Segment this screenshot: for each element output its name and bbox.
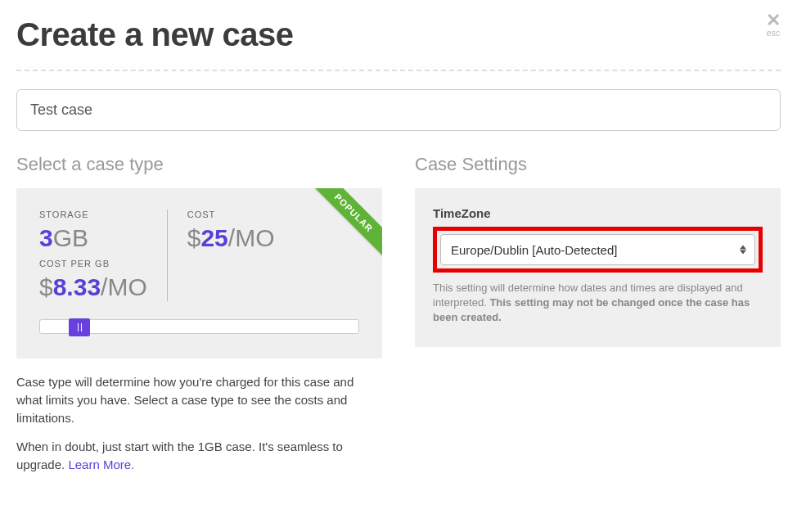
close-label: esc — [766, 28, 781, 38]
timezone-value: Europe/Dublin [Auto-Detected] — [451, 243, 617, 257]
page-title: Create a new case — [16, 16, 293, 53]
select-arrows-icon — [740, 246, 746, 255]
timezone-select[interactable]: Europe/Dublin [Auto-Detected] — [440, 234, 755, 265]
cost-value: $25/MO — [187, 224, 275, 252]
case-type-panel: POPULAR STORAGE 3GB COST PER GB $8.33/MO… — [16, 188, 382, 358]
case-settings-section: Case Settings TimeZone Europe/Dublin [Au… — [415, 154, 781, 474]
case-type-heading: Select a case type — [16, 154, 382, 175]
cost-metric: COST $25/MO — [167, 210, 295, 301]
cost-label: COST — [187, 210, 275, 219]
case-type-help-2: When in doubt, just start with the 1GB c… — [16, 438, 382, 474]
timezone-help: This setting will determine how dates an… — [433, 281, 763, 326]
costpergb-label: COST PER GB — [39, 259, 147, 268]
case-type-section: Select a case type POPULAR STORAGE 3GB C… — [16, 154, 382, 474]
storage-label: STORAGE — [39, 210, 147, 219]
storage-value: 3GB — [39, 224, 147, 252]
timezone-highlight: Europe/Dublin [Auto-Detected] — [433, 227, 763, 273]
settings-panel: TimeZone Europe/Dublin [Auto-Detected] T… — [415, 188, 781, 347]
storage-slider[interactable] — [39, 319, 359, 334]
learn-more-link[interactable]: Learn More. — [68, 458, 134, 471]
close-icon: ✕ — [766, 11, 781, 29]
slider-thumb[interactable] — [69, 318, 90, 336]
case-type-help-1: Case type will determine how you're char… — [16, 373, 382, 426]
case-settings-heading: Case Settings — [415, 154, 781, 175]
storage-metric: STORAGE 3GB COST PER GB $8.33/MO — [39, 210, 167, 301]
case-name-input[interactable] — [16, 89, 781, 131]
modal-header: Create a new case ✕ esc — [16, 16, 781, 71]
close-button[interactable]: ✕ esc — [766, 11, 781, 38]
metrics-row: STORAGE 3GB COST PER GB $8.33/MO COST $2… — [39, 210, 359, 301]
timezone-label: TimeZone — [433, 206, 763, 220]
costpergb-value: $8.33/MO — [39, 273, 147, 301]
